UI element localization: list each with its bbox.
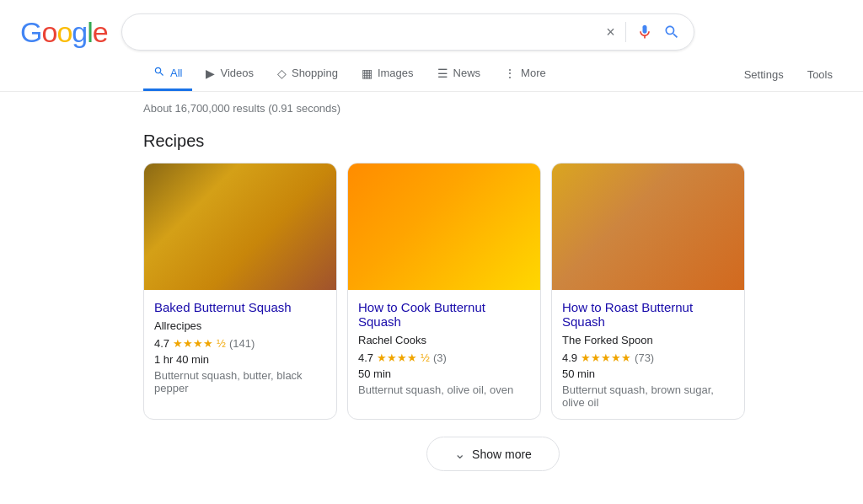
recipe-card-3[interactable]: How to Roast Butternut Squash The Forked…: [551, 163, 745, 420]
tab-all[interactable]: All: [143, 57, 192, 91]
recipe-rating-row-2: 4.7 ★★★★½ (3): [358, 351, 530, 364]
shopping-tab-icon: ◇: [277, 67, 287, 80]
review-count-3: (73): [635, 351, 654, 364]
tab-shopping[interactable]: ◇ Shopping: [267, 58, 348, 91]
tab-shopping-label: Shopping: [292, 67, 338, 79]
search-icon: [663, 24, 680, 40]
tab-images-label: Images: [378, 67, 414, 79]
divider: [625, 22, 626, 42]
search-button[interactable]: [663, 24, 680, 40]
video-tab-icon: ▶: [206, 67, 215, 80]
recipe-rating-row-3: 4.9 ★★★★★ (73): [562, 351, 734, 364]
tab-more[interactable]: ⋮ More: [494, 58, 556, 91]
tab-videos-label: Videos: [220, 67, 254, 79]
recipes-title: Recipes: [143, 131, 843, 151]
images-tab-icon: ▦: [362, 67, 373, 80]
recipes-grid: Baked Butternut Squash Allrecipes 4.7 ★★…: [143, 163, 843, 420]
tab-images[interactable]: ▦ Images: [351, 58, 424, 91]
half-star-1: ½: [217, 337, 226, 350]
stars-3: ★★★★★: [581, 351, 631, 364]
recipe-card-2[interactable]: How to Cook Butternut Squash Rachel Cook…: [347, 163, 541, 420]
tab-news[interactable]: ☰ News: [427, 58, 491, 91]
half-star-2: ½: [421, 351, 430, 364]
tools-link[interactable]: Tools: [797, 60, 843, 89]
tab-all-label: All: [170, 67, 182, 79]
rating-num-2: 4.7: [358, 351, 373, 364]
search-bar: easiest way to cook a butternut squash ×: [121, 13, 694, 51]
nav-tabs: All ▶ Videos ◇ Shopping ▦ Images ☰ News …: [0, 51, 863, 92]
recipe-rating-row-1: 4.7 ★★★★½ (141): [154, 337, 326, 350]
recipe-title-2[interactable]: How to Cook Butternut Squash: [358, 300, 530, 329]
chevron-down-icon: ⌄: [454, 446, 465, 462]
review-count-2: (3): [433, 351, 447, 364]
recipe-ingredients-3: Butternut squash, brown sugar, olive oil: [562, 383, 734, 409]
recipe-ingredients-2: Butternut squash, olive oil, oven: [358, 383, 530, 396]
tab-more-label: More: [521, 67, 546, 79]
search-tab-icon: [153, 66, 165, 80]
mic-icon: [636, 24, 653, 40]
settings-link[interactable]: Settings: [734, 60, 794, 89]
tab-news-label: News: [453, 67, 481, 79]
more-tab-icon: ⋮: [504, 67, 516, 80]
show-more-label: Show more: [472, 448, 532, 461]
header: Google easiest way to cook a butternut s…: [0, 0, 863, 51]
search-icons: ×: [606, 22, 680, 42]
tab-videos[interactable]: ▶ Videos: [196, 58, 264, 91]
stars-2: ★★★★: [377, 351, 417, 364]
recipe-source-1: Allrecipes: [154, 319, 326, 332]
recipe-image-3: [552, 164, 744, 290]
recipe-time-3: 50 min: [562, 367, 734, 380]
search-input[interactable]: easiest way to cook a butternut squash: [136, 24, 599, 40]
review-count-1: (141): [229, 337, 255, 350]
results-count: About 16,700,000 results (0.91 seconds): [143, 102, 843, 115]
results-area: About 16,700,000 results (0.91 seconds) …: [0, 92, 863, 498]
rating-num-1: 4.7: [154, 337, 169, 350]
recipes-section: Recipes Baked Butternut Squash Allrecipe…: [143, 131, 843, 420]
rating-num-3: 4.9: [562, 351, 577, 364]
recipe-image-2: [348, 164, 540, 290]
recipe-title-1[interactable]: Baked Butternut Squash: [154, 300, 326, 314]
recipe-time-2: 50 min: [358, 367, 530, 380]
stars-1: ★★★★: [173, 337, 213, 350]
recipe-time-1: 1 hr 40 min: [154, 353, 326, 366]
recipe-source-2: Rachel Cooks: [358, 334, 530, 346]
recipe-image-1: [144, 164, 336, 290]
recipe-card-1[interactable]: Baked Butternut Squash Allrecipes 4.7 ★★…: [143, 163, 337, 420]
show-more-button[interactable]: ⌄ Show more: [426, 437, 560, 471]
clear-button[interactable]: ×: [606, 24, 615, 41]
recipe-source-3: The Forked Spoon: [562, 334, 734, 346]
voice-search-button[interactable]: [636, 24, 653, 40]
recipe-title-3[interactable]: How to Roast Butternut Squash: [562, 300, 734, 329]
show-more-container: ⌄ Show more: [143, 420, 843, 488]
news-tab-icon: ☰: [437, 67, 448, 80]
recipe-ingredients-1: Butternut squash, butter, black pepper: [154, 369, 326, 394]
google-logo: Google: [20, 16, 108, 49]
